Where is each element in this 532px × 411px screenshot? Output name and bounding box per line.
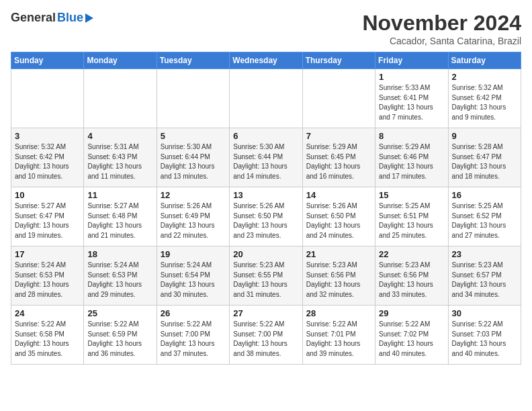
calendar-cell: 4Sunrise: 5:31 AMSunset: 6:43 PMDaylight… xyxy=(84,128,157,187)
calendar-cell xyxy=(302,69,375,128)
day-info: Sunrise: 5:22 AMSunset: 7:00 PMDaylight:… xyxy=(161,320,226,359)
weekday-header: Thursday xyxy=(302,52,375,69)
calendar-cell: 30Sunrise: 5:22 AMSunset: 7:03 PMDayligh… xyxy=(448,306,521,365)
page-header: General Blue November 2024 Cacador, Sant… xyxy=(11,11,521,46)
calendar-cell: 12Sunrise: 5:26 AMSunset: 6:49 PMDayligh… xyxy=(157,187,229,246)
calendar-cell: 18Sunrise: 5:24 AMSunset: 6:53 PMDayligh… xyxy=(84,246,157,306)
calendar-cell: 15Sunrise: 5:25 AMSunset: 6:51 PMDayligh… xyxy=(375,187,448,246)
calendar-cell: 23Sunrise: 5:23 AMSunset: 6:57 PMDayligh… xyxy=(448,246,521,306)
calendar-cell: 27Sunrise: 5:22 AMSunset: 7:00 PMDayligh… xyxy=(230,306,302,365)
calendar: SundayMondayTuesdayWednesdayThursdayFrid… xyxy=(11,52,521,365)
day-info: Sunrise: 5:24 AMSunset: 6:53 PMDaylight:… xyxy=(15,261,80,300)
calendar-cell: 13Sunrise: 5:26 AMSunset: 6:50 PMDayligh… xyxy=(230,187,302,246)
calendar-cell: 7Sunrise: 5:29 AMSunset: 6:45 PMDaylight… xyxy=(302,128,375,187)
day-number: 10 xyxy=(15,190,80,200)
day-number: 14 xyxy=(306,190,371,200)
calendar-cell: 6Sunrise: 5:30 AMSunset: 6:44 PMDaylight… xyxy=(230,128,302,187)
day-info: Sunrise: 5:22 AMSunset: 7:03 PMDaylight:… xyxy=(452,320,517,359)
day-info: Sunrise: 5:26 AMSunset: 6:50 PMDaylight:… xyxy=(233,201,298,240)
calendar-cell: 1Sunrise: 5:33 AMSunset: 6:41 PMDaylight… xyxy=(375,69,448,128)
day-number: 21 xyxy=(306,249,371,259)
calendar-cell: 11Sunrise: 5:27 AMSunset: 6:48 PMDayligh… xyxy=(84,187,157,246)
day-number: 5 xyxy=(161,131,226,141)
calendar-cell: 26Sunrise: 5:22 AMSunset: 7:00 PMDayligh… xyxy=(157,306,229,365)
calendar-cell: 14Sunrise: 5:26 AMSunset: 6:50 PMDayligh… xyxy=(302,187,375,246)
day-info: Sunrise: 5:30 AMSunset: 6:44 PMDaylight:… xyxy=(161,142,226,181)
calendar-cell: 20Sunrise: 5:23 AMSunset: 6:55 PMDayligh… xyxy=(230,246,302,306)
day-info: Sunrise: 5:24 AMSunset: 6:54 PMDaylight:… xyxy=(161,261,226,300)
calendar-cell: 10Sunrise: 5:27 AMSunset: 6:47 PMDayligh… xyxy=(11,187,84,246)
day-info: Sunrise: 5:22 AMSunset: 7:01 PMDaylight:… xyxy=(306,320,371,359)
day-number: 30 xyxy=(452,308,517,318)
calendar-cell: 19Sunrise: 5:24 AMSunset: 6:54 PMDayligh… xyxy=(157,246,229,306)
day-info: Sunrise: 5:32 AMSunset: 6:42 PMDaylight:… xyxy=(452,83,517,122)
day-number: 9 xyxy=(452,131,517,141)
day-info: Sunrise: 5:28 AMSunset: 6:47 PMDaylight:… xyxy=(452,142,517,181)
month-title: November 2024 xyxy=(362,11,521,36)
day-number: 13 xyxy=(233,190,298,200)
weekday-header: Monday xyxy=(84,52,157,69)
day-info: Sunrise: 5:22 AMSunset: 6:59 PMDaylight:… xyxy=(87,320,152,359)
day-info: Sunrise: 5:33 AMSunset: 6:41 PMDaylight:… xyxy=(379,83,444,122)
day-info: Sunrise: 5:24 AMSunset: 6:53 PMDaylight:… xyxy=(87,261,152,300)
calendar-cell: 8Sunrise: 5:29 AMSunset: 6:46 PMDaylight… xyxy=(375,128,448,187)
day-number: 29 xyxy=(379,308,444,318)
calendar-cell: 24Sunrise: 5:22 AMSunset: 6:58 PMDayligh… xyxy=(11,306,84,365)
calendar-cell: 25Sunrise: 5:22 AMSunset: 6:59 PMDayligh… xyxy=(84,306,157,365)
day-info: Sunrise: 5:27 AMSunset: 6:47 PMDaylight:… xyxy=(15,201,80,240)
day-info: Sunrise: 5:26 AMSunset: 6:50 PMDaylight:… xyxy=(306,201,371,240)
day-number: 17 xyxy=(15,249,80,259)
weekday-header: Friday xyxy=(375,52,448,69)
day-number: 26 xyxy=(161,308,226,318)
calendar-cell xyxy=(157,69,229,128)
calendar-header: SundayMondayTuesdayWednesdayThursdayFrid… xyxy=(11,52,521,69)
weekday-header: Wednesday xyxy=(230,52,302,69)
day-number: 11 xyxy=(87,190,152,200)
day-info: Sunrise: 5:29 AMSunset: 6:45 PMDaylight:… xyxy=(306,142,371,181)
calendar-cell xyxy=(11,69,84,128)
day-number: 7 xyxy=(306,131,371,141)
calendar-cell: 9Sunrise: 5:28 AMSunset: 6:47 PMDaylight… xyxy=(448,128,521,187)
day-number: 1 xyxy=(379,72,444,82)
calendar-cell: 22Sunrise: 5:23 AMSunset: 6:56 PMDayligh… xyxy=(375,246,448,306)
day-info: Sunrise: 5:26 AMSunset: 6:49 PMDaylight:… xyxy=(161,201,226,240)
calendar-cell: 21Sunrise: 5:23 AMSunset: 6:56 PMDayligh… xyxy=(302,246,375,306)
calendar-cell: 2Sunrise: 5:32 AMSunset: 6:42 PMDaylight… xyxy=(448,69,521,128)
day-number: 4 xyxy=(87,131,152,141)
day-info: Sunrise: 5:23 AMSunset: 6:57 PMDaylight:… xyxy=(452,261,517,300)
calendar-cell: 28Sunrise: 5:22 AMSunset: 7:01 PMDayligh… xyxy=(302,306,375,365)
day-number: 19 xyxy=(161,249,226,259)
logo-general: General xyxy=(11,11,56,25)
calendar-cell: 3Sunrise: 5:32 AMSunset: 6:42 PMDaylight… xyxy=(11,128,84,187)
day-info: Sunrise: 5:23 AMSunset: 6:55 PMDaylight:… xyxy=(233,261,298,300)
day-number: 20 xyxy=(233,249,298,259)
day-number: 22 xyxy=(379,249,444,259)
calendar-cell: 29Sunrise: 5:22 AMSunset: 7:02 PMDayligh… xyxy=(375,306,448,365)
weekday-header: Sunday xyxy=(11,52,84,69)
calendar-cell: 16Sunrise: 5:25 AMSunset: 6:52 PMDayligh… xyxy=(448,187,521,246)
day-info: Sunrise: 5:23 AMSunset: 6:56 PMDaylight:… xyxy=(379,261,444,300)
location: Cacador, Santa Catarina, Brazil xyxy=(362,36,521,46)
logo-arrow-icon xyxy=(85,13,93,23)
day-info: Sunrise: 5:29 AMSunset: 6:46 PMDaylight:… xyxy=(379,142,444,181)
day-number: 2 xyxy=(452,72,517,82)
day-info: Sunrise: 5:27 AMSunset: 6:48 PMDaylight:… xyxy=(87,201,152,240)
day-info: Sunrise: 5:22 AMSunset: 7:02 PMDaylight:… xyxy=(379,320,444,359)
day-info: Sunrise: 5:30 AMSunset: 6:44 PMDaylight:… xyxy=(233,142,298,181)
calendar-cell xyxy=(230,69,302,128)
day-number: 23 xyxy=(452,249,517,259)
logo-blue: Blue xyxy=(57,11,83,25)
weekday-header: Saturday xyxy=(448,52,521,69)
day-number: 8 xyxy=(379,131,444,141)
day-number: 24 xyxy=(15,308,80,318)
calendar-cell xyxy=(84,69,157,128)
calendar-cell: 5Sunrise: 5:30 AMSunset: 6:44 PMDaylight… xyxy=(157,128,229,187)
day-info: Sunrise: 5:23 AMSunset: 6:56 PMDaylight:… xyxy=(306,261,371,300)
day-number: 3 xyxy=(15,131,80,141)
day-number: 15 xyxy=(379,190,444,200)
title-section: November 2024 Cacador, Santa Catarina, B… xyxy=(362,11,521,46)
day-info: Sunrise: 5:32 AMSunset: 6:42 PMDaylight:… xyxy=(15,142,80,181)
day-info: Sunrise: 5:25 AMSunset: 6:51 PMDaylight:… xyxy=(379,201,444,240)
weekday-header: Tuesday xyxy=(157,52,229,69)
day-number: 28 xyxy=(306,308,371,318)
